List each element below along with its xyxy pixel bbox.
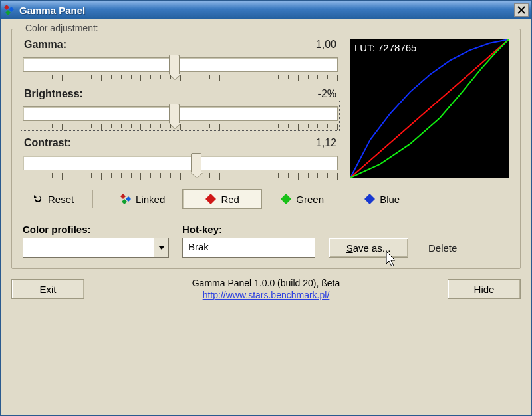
svg-marker-0 <box>4 5 9 10</box>
gamma-thumb[interactable] <box>169 55 180 75</box>
blue-diamond-icon <box>364 193 376 205</box>
linked-icon <box>120 193 132 205</box>
contrast-label: Contrast: <box>24 137 71 149</box>
delete-button[interactable]: Delete <box>422 238 464 258</box>
delete-label: Delete <box>428 242 457 254</box>
hotkey-value: Brak <box>188 241 209 252</box>
red-label: Red <box>221 194 239 205</box>
reset-icon <box>32 193 44 205</box>
lut-label: LUT: 7278765 <box>354 42 416 53</box>
website-link[interactable]: http://www.stars.benchmark.pl/ <box>203 290 330 300</box>
lut-curves-svg <box>350 39 509 178</box>
svg-marker-12 <box>386 252 395 266</box>
svg-marker-7 <box>122 199 127 204</box>
hotkey-label: Hot-key: <box>182 224 315 235</box>
lut-graph: LUT: 7278765 <box>350 39 509 178</box>
separator <box>92 190 93 208</box>
app-icon <box>3 4 15 16</box>
contrast-thumb[interactable] <box>191 153 201 173</box>
gamma-value: 1,00 <box>316 39 336 51</box>
color-profiles-dropdown-button[interactable] <box>154 238 168 257</box>
contrast-slider[interactable] <box>23 152 338 178</box>
app-window: Gamma Panel Color adjustment: Gamma: 1,0… <box>0 0 532 416</box>
linked-button[interactable]: Linked <box>102 189 182 209</box>
reset-button[interactable]: Reset <box>23 189 83 209</box>
hide-button[interactable]: Hide <box>448 279 521 299</box>
brightness-thumb[interactable] <box>169 104 180 124</box>
gamma-block: Gamma: 1,00 <box>23 39 338 80</box>
hotkey-field[interactable]: Brak <box>182 238 315 258</box>
footer-info: Gamma Panel 1.0.0 (build 20), ßeta http:… <box>84 277 448 301</box>
window-title: Gamma Panel <box>19 5 514 16</box>
close-button[interactable] <box>514 3 529 17</box>
svg-marker-2 <box>5 10 11 15</box>
color-profiles-label: Color profiles: <box>23 224 169 235</box>
blue-button[interactable]: Blue <box>342 189 422 209</box>
reset-label-rest: eset <box>55 194 74 205</box>
contrast-value: 1,12 <box>316 137 336 149</box>
profiles-row: Color profiles: Hot-key: Brak Sa <box>23 224 509 258</box>
svg-marker-6 <box>126 196 131 202</box>
red-diamond-icon <box>205 193 217 205</box>
brightness-label: Brightness: <box>24 88 83 100</box>
svg-marker-5 <box>120 194 126 199</box>
color-adjustment-group: Color adjustment: Gamma: 1,00 <box>11 29 521 269</box>
chevron-down-icon <box>158 246 165 250</box>
brightness-value: -2% <box>318 88 336 100</box>
svg-marker-10 <box>364 194 375 204</box>
version-text: Gamma Panel 1.0.0 (build 20), ßeta <box>84 277 448 289</box>
green-label: Green <box>296 194 324 205</box>
footer-row: Exit Gamma Panel 1.0.0 (build 20), ßeta … <box>11 277 521 301</box>
close-icon <box>517 6 525 14</box>
svg-marker-9 <box>281 194 291 204</box>
green-diamond-icon <box>280 193 292 205</box>
save-as-button[interactable]: Save as... <box>329 238 408 258</box>
titlebar[interactable]: Gamma Panel <box>1 1 531 19</box>
blue-label: Blue <box>380 194 400 205</box>
channel-row: Reset Linked <box>23 189 509 209</box>
cursor-icon <box>386 252 400 269</box>
gamma-slider[interactable] <box>23 53 338 80</box>
green-button[interactable]: Green <box>262 189 342 209</box>
client-area: Color adjustment: Gamma: 1,00 <box>1 19 531 415</box>
brightness-block: Brightness: -2% <box>23 88 338 129</box>
color-profiles-combo[interactable] <box>23 238 169 258</box>
group-title: Color adjustment: <box>21 23 102 33</box>
color-profiles-input[interactable] <box>23 238 154 257</box>
gamma-label: Gamma: <box>24 39 66 51</box>
red-button[interactable]: Red <box>182 189 262 209</box>
svg-marker-8 <box>205 194 216 204</box>
exit-button[interactable]: Exit <box>11 279 84 299</box>
contrast-block: Contrast: 1,12 <box>23 137 338 178</box>
brightness-slider[interactable] <box>23 103 338 129</box>
svg-marker-1 <box>9 7 14 12</box>
svg-marker-11 <box>158 246 165 250</box>
